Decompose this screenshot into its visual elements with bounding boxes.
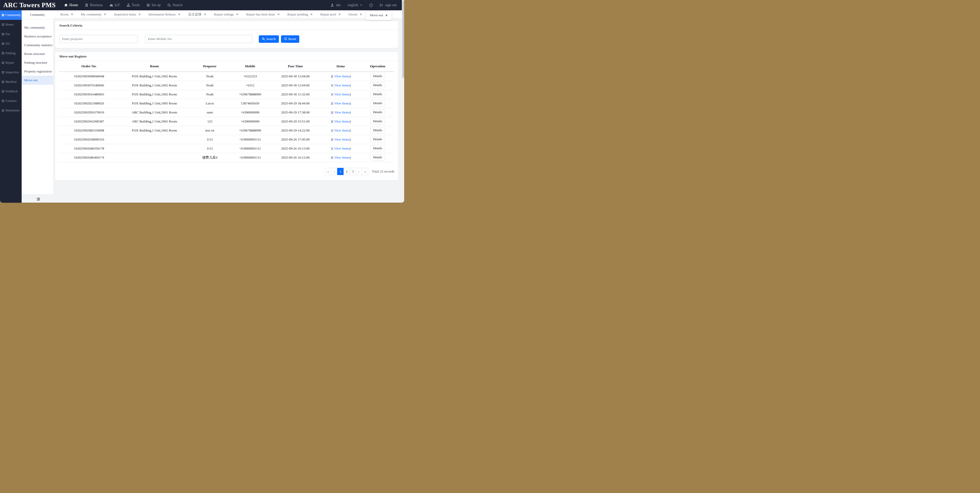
paren-open: ( bbox=[332, 110, 333, 114]
close-tab-icon[interactable] bbox=[339, 13, 341, 16]
details-button[interactable]: Details bbox=[370, 73, 385, 80]
sidebar-item[interactable]: Machine bbox=[0, 77, 22, 87]
close-tab-icon[interactable] bbox=[236, 13, 239, 16]
tab[interactable]: Move-out bbox=[366, 11, 391, 20]
details-button[interactable]: Details bbox=[370, 109, 385, 115]
details-button[interactable]: Details bbox=[370, 145, 385, 152]
grid-icon bbox=[2, 109, 5, 112]
menu-item-setup[interactable]: Set up bbox=[143, 0, 164, 10]
close-tab-icon[interactable] bbox=[277, 13, 280, 16]
cell-operation: Details bbox=[361, 99, 395, 108]
scrollbar-thumb[interactable] bbox=[402, 0, 404, 78]
close-tab-icon[interactable] bbox=[310, 13, 313, 16]
view-items-link[interactable]: View Items bbox=[334, 74, 350, 78]
sidebar-item[interactable]: Feedback bbox=[0, 87, 22, 96]
tab[interactable]: Repair has been done bbox=[242, 10, 283, 19]
page-number-button[interactable]: 1 bbox=[337, 168, 344, 175]
submenu-item[interactable]: Community statistics bbox=[22, 41, 53, 49]
view-items-link[interactable]: View Items bbox=[334, 110, 350, 114]
tab[interactable]: My community bbox=[77, 10, 110, 19]
view-items-link[interactable]: View Items bbox=[334, 137, 350, 141]
details-button[interactable]: Details bbox=[370, 100, 385, 107]
page-number-button[interactable]: 2 bbox=[343, 168, 350, 175]
page-prev-button[interactable]: ‹ bbox=[331, 168, 337, 175]
paren-open: ( bbox=[332, 155, 333, 160]
collapse-sidebar-icon[interactable] bbox=[37, 198, 40, 201]
menu-item-search[interactable]: Search bbox=[164, 0, 186, 10]
sidebar-item[interactable]: Repair bbox=[0, 58, 22, 67]
paren-open: ( bbox=[332, 137, 333, 141]
submenu-item[interactable]: Business acceptance bbox=[22, 32, 53, 41]
search-button[interactable]: Search bbox=[259, 35, 279, 43]
close-tab-icon[interactable] bbox=[385, 14, 388, 16]
tab[interactable]: Information Release bbox=[145, 10, 184, 19]
reset-button-label: Reset bbox=[288, 37, 296, 41]
help-button[interactable]: ? bbox=[369, 0, 373, 10]
app-window: ARC Towers PMS Home Business IoT Tools S… bbox=[0, 0, 404, 203]
mobile-input[interactable] bbox=[145, 35, 252, 43]
sidebar-item[interactable]: Community bbox=[0, 10, 22, 20]
details-button[interactable]: Details bbox=[370, 91, 385, 97]
brand-logo[interactable]: ARC Towers PMS bbox=[3, 2, 56, 9]
menu-item-tools[interactable]: Tools bbox=[123, 0, 143, 10]
tab[interactable]: Repair settings bbox=[210, 10, 243, 19]
menu-item-home[interactable]: Home bbox=[61, 0, 81, 10]
submenu-item[interactable]: Parking structure bbox=[22, 58, 53, 67]
close-tab-icon[interactable] bbox=[71, 13, 73, 16]
submenu-item-label: My community bbox=[24, 26, 45, 30]
sidebar-item[interactable]: Parking bbox=[0, 48, 22, 58]
view-items-link[interactable]: View Items bbox=[334, 147, 350, 150]
menu-item-business[interactable]: Business bbox=[81, 0, 106, 10]
submenu-item[interactable]: Room structure bbox=[22, 49, 53, 58]
cell-items: 1( View Items) bbox=[321, 126, 361, 135]
details-button[interactable]: Details bbox=[370, 154, 385, 161]
tab[interactable]: Inspection items bbox=[110, 10, 145, 19]
user-icon bbox=[331, 3, 334, 7]
view-items-link[interactable]: View Items bbox=[334, 128, 350, 132]
tab[interactable]: Repair pool bbox=[317, 10, 345, 19]
proposer-input[interactable] bbox=[59, 35, 138, 43]
details-button[interactable]: Details bbox=[370, 127, 385, 134]
cell-room bbox=[119, 144, 189, 153]
view-items-link[interactable]: View Items bbox=[334, 155, 350, 160]
close-tab-icon[interactable] bbox=[138, 13, 141, 16]
submenu-item[interactable]: Property registration bbox=[22, 67, 53, 76]
page-first-button[interactable]: « bbox=[325, 168, 331, 175]
cell-proposer: 缴费几是d bbox=[190, 153, 230, 162]
sign-out-button[interactable]: sign out bbox=[380, 0, 397, 10]
page-number-button[interactable]: 3 bbox=[350, 168, 356, 175]
sidebar-item[interactable]: OA bbox=[0, 39, 22, 48]
cell-room: ARC Building,1 Unit,5001 Room bbox=[119, 108, 189, 117]
submenu-item[interactable]: My community bbox=[22, 23, 53, 32]
close-tab-icon[interactable] bbox=[178, 13, 180, 16]
view-items-link[interactable]: View Items bbox=[334, 83, 350, 87]
sidebar-item[interactable]: Inspection bbox=[0, 67, 22, 77]
sidebar-item[interactable]: Statements bbox=[0, 106, 22, 115]
sidebar-item[interactable]: Contract bbox=[0, 96, 22, 106]
sidebar-item[interactable]: House bbox=[0, 20, 22, 29]
cell-proposer: 1111 bbox=[190, 144, 230, 153]
tab[interactable]: Owner bbox=[345, 10, 366, 19]
close-tab-icon[interactable] bbox=[104, 13, 106, 16]
view-items-link[interactable]: View Items bbox=[334, 92, 350, 96]
tab[interactable]: 业主反馈 bbox=[184, 10, 210, 19]
details-button[interactable]: Details bbox=[370, 82, 385, 88]
tab-label: Repair pending bbox=[287, 13, 308, 16]
close-tab-icon[interactable] bbox=[360, 13, 362, 16]
page-last-button[interactable]: » bbox=[362, 168, 368, 175]
submenu-item[interactable]: Move-out bbox=[22, 76, 53, 85]
user-menu[interactable]: abc bbox=[331, 0, 341, 10]
view-items-link[interactable]: View Items bbox=[334, 101, 350, 105]
details-button[interactable]: Details bbox=[370, 136, 385, 143]
view-items-link[interactable]: View Items bbox=[334, 120, 350, 123]
language-dropdown[interactable]: english bbox=[348, 0, 363, 10]
page-next-button[interactable]: › bbox=[356, 168, 362, 175]
reset-button[interactable]: Reset bbox=[281, 35, 299, 43]
menu-item-iot[interactable]: IoT bbox=[106, 0, 123, 10]
sidebar-item[interactable]: Fee bbox=[0, 29, 22, 39]
close-tab-icon[interactable] bbox=[204, 13, 206, 16]
tab[interactable]: Repair pending bbox=[283, 10, 317, 19]
sidebar-item-label: Community bbox=[5, 13, 21, 17]
tab[interactable]: Room bbox=[56, 10, 77, 19]
details-button[interactable]: Details bbox=[370, 118, 385, 124]
